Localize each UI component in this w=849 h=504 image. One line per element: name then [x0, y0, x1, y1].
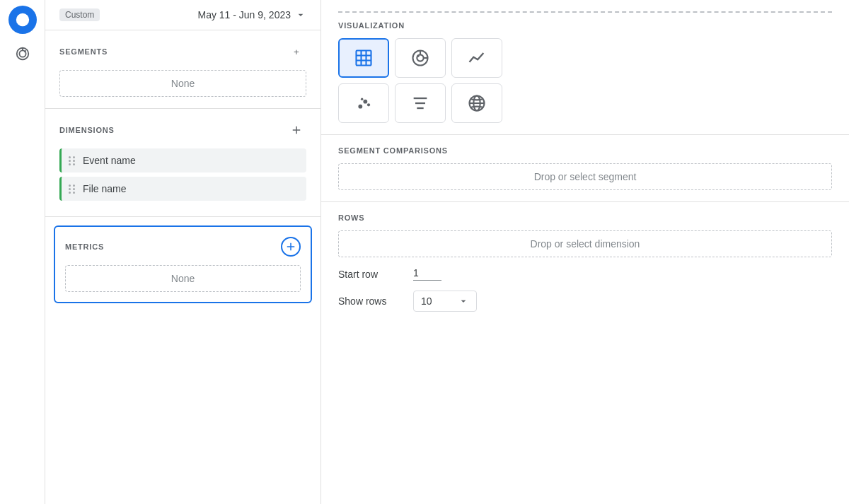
dimension-label-file-name: File name: [83, 183, 126, 194]
date-range[interactable]: May 11 - Jun 9, 2023: [197, 9, 306, 20]
chevron-down-icon: [295, 9, 306, 20]
add-metric-button[interactable]: [281, 237, 301, 257]
visualization-section: VISUALIZATION: [321, 0, 849, 135]
scatter-viz-button[interactable]: [338, 83, 389, 123]
drag-handle-event-name: [69, 156, 76, 165]
rows-title: ROWS: [338, 213, 832, 222]
dimension-item-file-name[interactable]: File name: [59, 177, 306, 201]
segments-title: SEGMENTS: [59, 47, 108, 56]
svg-point-15: [363, 100, 367, 104]
dimensions-section: DIMENSIONS Event name: [45, 109, 320, 217]
metrics-section: METRICS None: [54, 225, 312, 303]
show-rows-value: 10: [421, 295, 432, 307]
dimensions-title: DIMENSIONS: [59, 126, 115, 134]
line-viz-button[interactable]: [451, 38, 502, 78]
segment-comparisons-title: SEGMENT COMPARISONS: [338, 146, 832, 155]
radar-icon[interactable]: [8, 40, 37, 68]
svg-point-16: [367, 103, 370, 106]
segments-header: SEGMENTS +: [59, 42, 306, 61]
add-dimension-button[interactable]: [287, 120, 306, 140]
metrics-header: METRICS: [65, 237, 301, 257]
start-row-field: Start row 1: [338, 267, 832, 281]
date-range-text: May 11 - Jun 9, 2023: [197, 9, 291, 20]
app-sidebar: [0, 0, 45, 504]
show-rows-select[interactable]: 10: [413, 291, 477, 312]
show-rows-chevron-icon: [458, 295, 469, 307]
segments-placeholder[interactable]: None: [59, 70, 306, 97]
dimensions-header: DIMENSIONS: [59, 120, 306, 140]
metrics-title: METRICS: [65, 242, 104, 251]
segment-comparisons-section: SEGMENT COMPARISONS Drop or select segme…: [321, 135, 849, 202]
pie-viz-button[interactable]: [395, 38, 446, 78]
start-row-label: Start row: [338, 269, 402, 280]
rows-dimension-placeholder[interactable]: Drop or select dimension: [338, 230, 832, 257]
segment-comparisons-placeholder[interactable]: Drop or select segment: [338, 163, 832, 190]
right-panel: VISUALIZATION: [321, 0, 849, 504]
rows-section: ROWS Drop or select dimension Start row …: [321, 202, 849, 323]
date-row: Custom May 11 - Jun 9, 2023: [45, 0, 320, 30]
metrics-placeholder[interactable]: None: [65, 265, 301, 292]
add-segment-button[interactable]: +: [287, 42, 306, 61]
bar-viz-button[interactable]: [395, 83, 446, 123]
visualization-grid: [338, 38, 832, 123]
start-row-value[interactable]: 1: [413, 267, 441, 281]
svg-point-14: [358, 105, 362, 109]
show-rows-field: Show rows 10: [338, 291, 832, 312]
svg-point-0: [16, 13, 28, 26]
geo-viz-button[interactable]: [451, 83, 502, 123]
svg-point-17: [361, 98, 364, 100]
segments-section: SEGMENTS + None: [45, 30, 320, 109]
date-badge: Custom: [59, 8, 100, 21]
dimension-item-event-name[interactable]: Event name: [59, 148, 306, 172]
svg-rect-5: [357, 51, 371, 66]
left-panel: Custom May 11 - Jun 9, 2023 SEGMENTS + N…: [45, 0, 321, 504]
home-icon[interactable]: [8, 6, 37, 34]
show-rows-label: Show rows: [338, 295, 402, 307]
table-viz-button[interactable]: [338, 38, 389, 78]
dimension-label-event-name: Event name: [83, 155, 136, 166]
drag-handle-file-name: [69, 184, 76, 194]
visualization-title: VISUALIZATION: [338, 11, 832, 30]
